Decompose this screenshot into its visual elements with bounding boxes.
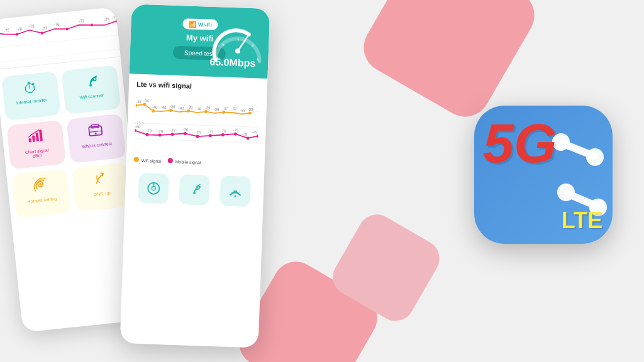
dns-label: DNS - Ip [94, 190, 111, 197]
svg-text:-36: -36 [136, 100, 142, 104]
hotspot-label: Hotspot setting [27, 196, 57, 204]
chart-signal-label: Chart signaldBm [25, 148, 50, 159]
wifi-scanner-icon [81, 73, 99, 92]
svg-text:-40: -40 [152, 106, 158, 109]
bottom-icon-monitor[interactable] [138, 173, 169, 204]
svg-text:-78: -78 [157, 129, 164, 133]
dns-icon [92, 171, 110, 190]
left-phone-grid: ⏱ Internet monitor Wifi scanner [0, 59, 136, 224]
5g-label: 5G [483, 116, 557, 171]
phone-top-section: 📶 Wi-Fi My wifi Speed test 65 [130, 4, 270, 79]
svg-text:-75: -75 [104, 17, 110, 22]
svg-text:-40: -40 [161, 106, 167, 109]
svg-point-62 [134, 129, 136, 132]
mobile-label-2: Mobile signal [175, 160, 201, 165]
phone-body: Lte vs wifi signal -36 -34 [125, 74, 268, 219]
svg-line-27 [89, 131, 102, 132]
svg-text:-76: -76 [220, 129, 226, 133]
svg-point-29 [39, 183, 42, 185]
svg-text:-77: -77 [42, 26, 48, 31]
svg-point-44 [187, 109, 190, 112]
svg-line-38 [135, 123, 258, 128]
svg-point-72 [257, 134, 260, 138]
svg-text:-40: -40 [179, 106, 185, 110]
svg-point-40 [134, 104, 137, 107]
who-connected-icon [86, 122, 104, 141]
tile-hotspot[interactable]: Hotspot setting [11, 168, 71, 218]
svg-point-64 [158, 133, 162, 136]
svg-text:-75: -75 [233, 128, 239, 132]
svg-point-18 [89, 84, 92, 86]
svg-point-71 [247, 136, 250, 140]
svg-text:-80: -80 [135, 125, 142, 129]
svg-point-43 [169, 109, 172, 112]
svg-point-68 [209, 134, 212, 137]
svg-text:-77: -77 [170, 129, 176, 133]
wifi-label-2: Wifi signal [142, 158, 162, 163]
svg-line-1 [0, 35, 118, 48]
svg-text:-38: -38 [214, 107, 220, 111]
svg-point-66 [184, 132, 187, 135]
phone-center: 📶 Wi-Fi My wifi Speed test 65 [120, 4, 270, 348]
svg-point-47 [248, 111, 252, 114]
svg-text:-75: -75 [4, 28, 10, 33]
svg-point-5 [41, 31, 43, 35]
tile-wifi-scanner[interactable]: Wifi scanner [61, 65, 121, 114]
svg-text:-38: -38 [196, 107, 203, 111]
svg-text:-77: -77 [208, 130, 214, 134]
lte-wifi-chart: -36 -34 -40 -40 -38 -40 -39 -38 -39 -38 … [134, 92, 259, 159]
app-icon[interactable]: 5G LTE [474, 106, 613, 244]
tile-dns-ip[interactable]: DNS - Ip [72, 162, 131, 212]
svg-text:-37: -37 [223, 106, 229, 110]
svg-text:-39: -39 [205, 106, 211, 109]
who-connected-label: Who is connect [82, 141, 112, 149]
svg-point-70 [234, 133, 237, 136]
svg-text:-78: -78 [28, 23, 35, 28]
center-chart-legend: Wifi signal Mobile signal [134, 157, 257, 167]
svg-point-91 [235, 195, 236, 197]
svg-text:-38: -38 [170, 105, 176, 109]
svg-text:-37: -37 [231, 107, 238, 111]
svg-point-45 [204, 110, 208, 113]
svg-rect-22 [32, 135, 35, 141]
svg-point-88 [193, 192, 196, 194]
svg-point-7 [91, 23, 93, 26]
svg-text:-73: -73 [79, 18, 85, 23]
svg-point-94 [586, 148, 604, 166]
svg-rect-24 [39, 129, 43, 141]
tile-internet-monitor[interactable]: ⏱ Internet monitor [1, 71, 61, 121]
svg-text:-78: -78 [242, 133, 248, 136]
svg-point-28 [95, 133, 97, 134]
lte-label: LTE [562, 207, 602, 234]
hotspot-icon [31, 177, 50, 197]
svg-point-86 [152, 187, 155, 190]
svg-point-63 [146, 133, 149, 136]
bottom-icon-wifi-scan[interactable] [179, 174, 210, 206]
svg-point-96 [557, 184, 575, 201]
svg-point-67 [196, 135, 199, 138]
svg-point-65 [171, 133, 174, 136]
svg-text:-76: -76 [182, 128, 189, 131]
svg-point-46 [222, 111, 225, 114]
svg-text:-75: -75 [252, 130, 258, 134]
svg-point-69 [221, 133, 225, 136]
svg-rect-21 [28, 138, 31, 142]
app-icon-area: 5G LTE [474, 106, 625, 256]
section-title: Lte vs wifi signal [136, 80, 260, 92]
bottom-icons [132, 168, 257, 212]
svg-text:-34: -34 [143, 99, 150, 102]
internet-monitor-icon: ⏱ [23, 80, 38, 97]
svg-text:-38: -38 [240, 108, 247, 112]
tile-chart-signal[interactable]: Chart signaldBm [6, 120, 66, 170]
wifi-badge-icon: 📶 [189, 21, 196, 28]
bottom-icon-signal[interactable] [220, 175, 252, 207]
svg-text:-78: -78 [146, 129, 152, 133]
svg-rect-23 [36, 133, 39, 141]
mobile-dot-2 [168, 158, 173, 163]
svg-text:-75.0: -75.0 [135, 121, 145, 125]
internet-monitor-label: Internet monitor [16, 97, 47, 105]
wifi-dot-2 [134, 157, 139, 162]
tile-who-connected[interactable]: Who is connect [67, 114, 126, 163]
svg-point-6 [65, 28, 68, 31]
svg-line-2 [0, 49, 119, 62]
